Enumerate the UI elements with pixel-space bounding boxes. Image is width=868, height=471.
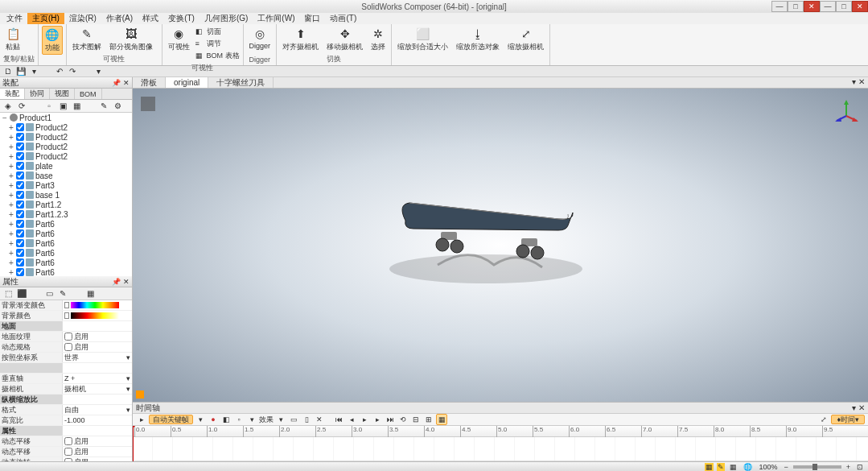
property-row[interactable] [0,363,132,374]
play-icon[interactable]: ▸ [359,414,370,425]
tree-tool-button[interactable]: ▦ [71,101,82,112]
assembly-tree[interactable]: −Product1+Product2+Product2+Product2+Pro… [0,113,132,276]
zoom-in-icon[interactable]: + [845,463,852,471]
property-row[interactable]: 动态旋转启用 [0,457,132,461]
property-row[interactable]: 地面纹理启用 [0,332,132,342]
tree-tool-button[interactable]: ⚙ [112,101,123,112]
props-tool-button[interactable]: ⬛ [16,288,27,300]
view-tab[interactable]: 十字螺丝刀具 [208,77,274,88]
ribbon-item[interactable]: ▦BOM 表格 [195,50,240,62]
autokey-button[interactable]: 自动关键帧 [149,415,193,424]
property-row[interactable]: 动态平移启用 [0,447,132,457]
property-value[interactable]: 启用 [63,436,132,446]
status-icon[interactable]: ✎ [717,463,725,471]
tree-tool-button[interactable] [30,101,41,112]
marker-icon[interactable]: ▸ [136,414,147,425]
qat-button[interactable]: ▾ [93,67,103,76]
tree-node[interactable]: +Part1.2.3 [0,209,132,219]
menu-item[interactable]: 渲染(R) [64,13,101,24]
time-button[interactable]: ♦ 时间 ▾ [831,415,865,424]
skip-start-icon[interactable]: ⏮ [333,414,344,425]
menu-item[interactable]: 几何图形(G) [200,13,253,24]
properties-list[interactable]: 背景渐变颜色背景颜色地面地面纹理启用动态规格启用按照坐标系世界▾垂直轴Z +▾摄… [0,300,132,461]
tree-checkbox[interactable] [16,258,24,266]
ribbon-button[interactable]: 📋粘贴 [3,26,23,53]
prop-checkbox[interactable] [64,458,72,461]
timeline-track[interactable]: 0.00.51.01.52.02.53.03.54.04.55.05.56.06… [133,426,868,461]
view-tab[interactable]: original [166,77,208,88]
tb-btn[interactable]: ⊟ [410,414,422,425]
view-tab[interactable]: 滑板 [133,77,166,88]
doc-minimize-button[interactable]: — [820,1,836,12]
tb-btn[interactable]: ⤢ [818,414,829,425]
property-value[interactable] [63,300,132,310]
left-tab[interactable]: 视图 [50,89,75,99]
viewport[interactable] [133,89,868,402]
pin-icon[interactable]: 📌 ✕ [112,79,130,87]
track-row[interactable] [133,437,868,461]
tree-node[interactable]: +base 1 [0,190,132,200]
property-value[interactable]: 自由▾ [63,405,132,415]
tree-node[interactable]: +Product2 [0,132,132,142]
close-button[interactable]: ✕ [804,1,820,12]
tb-btn[interactable]: ▾ [275,414,286,425]
tree-tool-button[interactable]: ◈ [2,101,14,112]
tree-root[interactable]: −Product1 [0,113,132,122]
tree-checkbox[interactable] [16,191,24,199]
minimize-button[interactable]: — [771,1,788,12]
tree-checkbox[interactable] [16,152,24,160]
playhead[interactable] [133,426,134,461]
property-row[interactable]: 按照坐标系世界▾ [0,353,132,363]
menu-item[interactable]: 作者(A) [101,13,138,24]
prop-checkbox[interactable] [64,448,72,456]
qat-button[interactable] [42,67,51,76]
tree-checkbox[interactable] [16,268,24,276]
property-row[interactable]: 高宽比-1.000 [0,415,132,426]
tree-node[interactable]: +Part6 [0,229,132,238]
property-value[interactable]: 世界▾ [63,353,132,362]
tree-checkbox[interactable] [16,200,24,209]
tree-node[interactable]: +Part6 [0,267,132,276]
property-row[interactable]: 动态规格启用 [0,342,132,353]
tree-checkbox[interactable] [16,181,24,189]
tree-checkbox[interactable] [16,123,24,131]
tree-checkbox[interactable] [16,239,24,247]
tree-tool-button[interactable]: ▣ [57,101,68,112]
tb-btn[interactable]: ▾ [246,414,257,425]
menu-item[interactable]: 文件 [2,13,27,24]
timeline-ruler[interactable]: 0.00.51.01.52.02.53.03.54.04.55.05.56.06… [133,426,868,437]
props-tool-button[interactable]: ▭ [43,288,55,300]
qat-button[interactable]: 🗋 [3,67,13,76]
fit-icon[interactable]: ⊡ [855,463,865,471]
tb-btn[interactable]: ▭ [288,414,299,425]
property-row[interactable]: 属性 [0,426,132,436]
property-value[interactable] [63,363,132,373]
pin-icon[interactable]: ▾ ✕ [852,403,865,412]
status-icon[interactable]: ▦ [728,463,738,471]
tb-btn[interactable]: ▯ [301,414,312,425]
property-value[interactable] [63,426,132,436]
qat-button[interactable]: ↶ [55,67,64,76]
tree-tool-button[interactable]: ✎ [98,101,109,112]
tb-btn[interactable]: ⊞ [423,414,434,425]
tree-checkbox[interactable] [16,162,24,170]
property-row[interactable]: 垂直轴Z +▾ [0,374,132,384]
property-row[interactable]: 摄相机摄相机▾ [0,384,132,395]
tree-tool-button[interactable]: ⟳ [16,101,27,112]
view-cube-icon[interactable] [141,97,155,111]
ribbon-button[interactable]: ◉可视性 [166,26,192,53]
ribbon-button[interactable]: 🌐功能 [42,26,63,55]
tree-checkbox[interactable] [16,133,24,141]
tree-node[interactable]: +Part1.2 [0,200,132,209]
left-tab[interactable]: 协同 [25,89,50,99]
tree-checkbox[interactable] [16,210,24,218]
props-tool-button[interactable]: ▦ [84,288,96,300]
ribbon-button[interactable]: 🖼部分视角图像 [107,26,155,53]
zoom-slider[interactable] [793,465,841,469]
axis-triad-icon[interactable] [834,98,858,122]
tree-checkbox[interactable] [16,143,24,151]
status-icon[interactable]: ▦ [705,463,714,471]
property-value[interactable]: 启用 [63,342,132,352]
tb-btn[interactable]: ▦ [436,414,447,425]
prop-checkbox[interactable] [64,333,72,341]
